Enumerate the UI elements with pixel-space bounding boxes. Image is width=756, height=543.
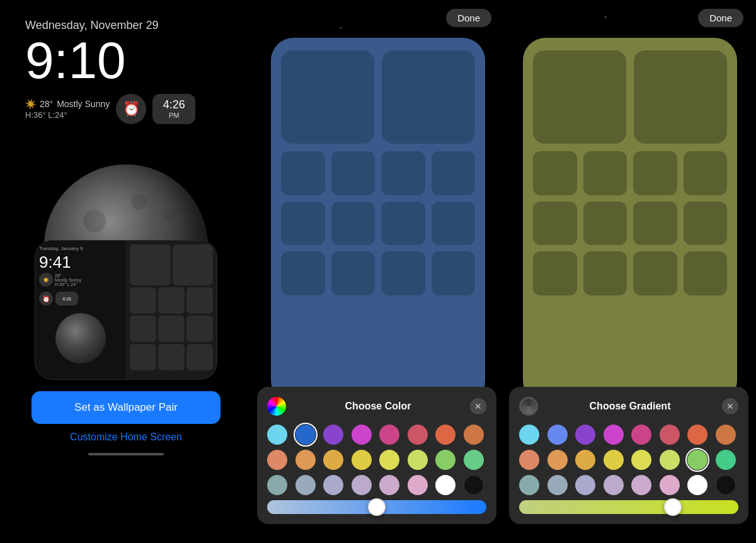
grad-dot-blue[interactable]: [547, 425, 568, 445]
preview-date-small: Tuesday, January 9: [39, 246, 122, 251]
color-picker-close-button[interactable]: ✕: [470, 398, 486, 414]
grad-dot-lime-yellow[interactable]: [604, 450, 624, 470]
olive-top-row: [533, 50, 727, 144]
center-done-button[interactable]: Done: [446, 9, 491, 27]
grad-dot-black[interactable]: [716, 475, 736, 495]
preview-app-6: [130, 316, 156, 342]
grad-dot-orchid[interactable]: [631, 475, 651, 495]
blue-sm-12: [432, 251, 476, 295]
olive-app-large-2: [634, 50, 727, 144]
grad-dot-amber[interactable]: [716, 425, 736, 445]
color-dot-lime-yellow[interactable]: [352, 450, 372, 470]
color-dot-white[interactable]: [435, 475, 455, 495]
preview-moon-sm: [55, 313, 106, 363]
grad-dot-yellow[interactable]: [575, 450, 595, 470]
color-dot-amber[interactable]: [464, 425, 484, 445]
wallpaper-pair-button[interactable]: Set as Wallpaper Pair: [32, 391, 220, 424]
preview-app-10: [158, 344, 185, 370]
color-grid-row3: [267, 475, 486, 495]
grad-dot-lavender[interactable]: [575, 475, 595, 495]
color-slider-thumb[interactable]: [368, 498, 386, 516]
phone-preview-inner: Tuesday, January 9 9:41 ☀️ 28°Mostly Sun…: [35, 241, 217, 379]
grad-dot-purple[interactable]: [575, 425, 595, 445]
blue-sm-6: [331, 202, 375, 246]
preview-app-5: [186, 287, 213, 314]
clock-time-sub: PM: [169, 111, 180, 119]
color-dot-orange[interactable]: [435, 425, 455, 445]
phone-preview: Tuesday, January 9 9:41 ☀️ 28°Mostly Sun…: [35, 240, 217, 380]
grad-dot-mint[interactable]: [716, 450, 736, 470]
grad-dot-chartreuse[interactable]: [660, 450, 680, 470]
blue-app-large-2: [382, 50, 475, 144]
color-dot-peach[interactable]: [267, 450, 287, 470]
lock-widgets: ☀️ 28° Mostly Sunny H:36° L:24° ⏰ 4:26 P…: [25, 94, 227, 124]
gradient-picker-title: Choose Gradient: [538, 401, 722, 412]
grad-dot-mauve[interactable]: [604, 475, 624, 495]
gradient-picker-close-button[interactable]: ✕: [722, 398, 738, 414]
color-dot-steelblue[interactable]: [295, 475, 316, 495]
grad-dot-cyan[interactable]: [519, 425, 539, 445]
weather-condition: Mostly Sunny: [57, 99, 110, 109]
color-dot-green[interactable]: [435, 450, 455, 470]
blue-sm-row-2: [281, 202, 475, 246]
olive-sm-1: [533, 151, 577, 195]
color-dot-teal[interactable]: [267, 475, 287, 495]
blue-sm-10: [331, 251, 375, 295]
color-dot-lavender[interactable]: [323, 475, 343, 495]
color-dot-lime[interactable]: [379, 450, 399, 470]
grad-dot-magenta[interactable]: [604, 425, 624, 445]
color-dot-pink[interactable]: [379, 425, 399, 445]
blue-sm-8: [432, 202, 476, 246]
color-dot-purple[interactable]: [323, 425, 343, 445]
blue-sm-3: [381, 151, 425, 195]
grad-dot-pink[interactable]: [631, 425, 651, 445]
color-dot-orchid[interactable]: [379, 475, 399, 495]
grad-dot-lime[interactable]: [631, 450, 651, 470]
color-dot-yellow[interactable]: [323, 450, 343, 470]
grad-dot-green[interactable]: [687, 450, 707, 470]
color-dot-gold[interactable]: [295, 450, 316, 470]
color-dot-mint[interactable]: [464, 450, 484, 470]
grad-dot-steelblue[interactable]: [547, 475, 568, 495]
sun-icon: ☀️: [25, 99, 36, 109]
blue-sm-7: [381, 202, 425, 246]
color-dot-pinkgray[interactable]: [408, 475, 428, 495]
olive-phone-card: [523, 38, 737, 403]
preview-app-9: [130, 344, 156, 370]
preview-right-screen: [126, 241, 217, 379]
color-dot-mauve[interactable]: [352, 475, 372, 495]
blue-sm-row-3: [281, 251, 475, 295]
grad-dot-peach[interactable]: [519, 450, 539, 470]
grad-dot-orange[interactable]: [687, 425, 707, 445]
preview-app-8: [186, 316, 213, 342]
gradient-slider-thumb[interactable]: [664, 498, 682, 516]
grad-dot-teal[interactable]: [519, 475, 539, 495]
right-done-button[interactable]: Done: [698, 9, 743, 27]
blue-sm-4: [432, 151, 476, 195]
color-dot-blue[interactable]: [295, 425, 316, 445]
customize-home-button[interactable]: Customize Home Screen: [70, 432, 182, 443]
gradient-brightness-slider[interactable]: [519, 500, 738, 514]
weather-widget: ☀️ 28° Mostly Sunny H:36° L:24°: [25, 99, 110, 120]
gradient-grid-row1: [519, 425, 738, 445]
color-dot-rose[interactable]: [408, 425, 428, 445]
weather-line1: ☀️ 28° Mostly Sunny: [25, 99, 110, 109]
preview-weather-text: 28°Mostly SunnyH:36° L:24°: [55, 273, 81, 287]
grad-dot-rose[interactable]: [660, 425, 680, 445]
grad-dot-gold[interactable]: [547, 450, 568, 470]
olive-sm-7: [633, 202, 677, 246]
blue-phone-card: [271, 38, 485, 403]
color-brightness-slider[interactable]: [267, 500, 486, 514]
color-dot-chartreuse[interactable]: [408, 450, 428, 470]
color-dot-cyan[interactable]: [267, 425, 287, 445]
grad-dot-white[interactable]: [687, 475, 707, 495]
gradient-picker-header: Choose Gradient ✕: [519, 397, 738, 416]
olive-sm-10: [583, 251, 627, 295]
preview-app-7: [158, 316, 185, 342]
grad-dot-pinkgray[interactable]: [660, 475, 680, 495]
clock-icon: ⏰: [123, 101, 140, 117]
olive-sm-2: [583, 151, 627, 195]
olive-sm-8: [684, 202, 728, 246]
color-dot-black[interactable]: [464, 475, 484, 495]
color-dot-magenta[interactable]: [352, 425, 372, 445]
